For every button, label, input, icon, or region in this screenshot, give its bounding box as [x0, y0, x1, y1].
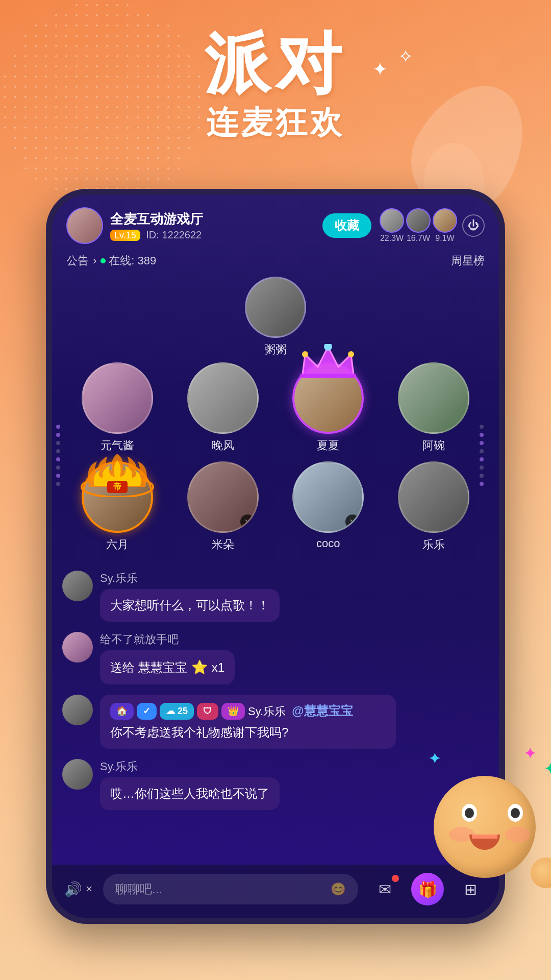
- performer-slot-xiaxia[interactable]: 夏夏: [278, 362, 379, 453]
- dot: [56, 465, 60, 470]
- week-rank-button[interactable]: 周星榜: [451, 253, 485, 268]
- gift-count: x1: [212, 658, 224, 677]
- performer-slot-wanfeng[interactable]: 晚风: [173, 362, 273, 453]
- performer-row-1: 元气酱 晚风: [62, 362, 489, 453]
- chat-username-4: Sy.乐乐: [100, 759, 280, 774]
- host-slot-name: 粥粥: [264, 342, 287, 357]
- power-button[interactable]: ⏻: [462, 214, 485, 237]
- chat-bubble-4: 哎…你们这些人我啥也不说了: [100, 777, 280, 810]
- mascot-eye-left: [462, 804, 477, 822]
- mail-icon: ✉: [379, 880, 391, 898]
- tagged-user: @慧慧宝宝: [292, 702, 353, 720]
- performer-slot-lele[interactable]: 乐乐: [384, 461, 484, 552]
- performer-name-coco: coco: [316, 537, 340, 550]
- announce-label[interactable]: 公告: [66, 253, 89, 268]
- performer-slot-coco[interactable]: ✕ coco: [278, 461, 379, 552]
- dot: [56, 449, 60, 453]
- sub-header: 公告 › 在线: 389 周星榜: [52, 250, 499, 272]
- title-area: 派对 连麦狂欢 ✦ ✧: [0, 31, 551, 144]
- chat-content-3: 🏠 ✓ ☁ 25 🛡 👑 Sy.乐乐 @慧慧宝宝 你不考虑送我个礼物感谢下我吗?: [100, 695, 396, 749]
- dot: [56, 482, 60, 486]
- chat-content-1: Sy.乐乐 大家想听什么，可以点歌！！: [100, 571, 280, 622]
- badge-guard2: 👑: [221, 703, 245, 720]
- chat-username-1: Sy.乐乐: [100, 571, 280, 586]
- dot: [480, 425, 484, 429]
- mascot-mouth: [469, 835, 500, 850]
- dot: [56, 474, 60, 478]
- top-user-1: 22.3W: [380, 208, 404, 243]
- gold-frame-decoration: 帝: [79, 451, 156, 497]
- tagger-name: Sy.乐乐: [248, 703, 286, 720]
- performer-name-lele: 乐乐: [422, 537, 445, 552]
- mic-mute-icon-coco: ✕: [345, 514, 360, 529]
- svg-rect-5: [300, 374, 356, 378]
- mascot-character: ✦ ✦ ✦ ✦: [423, 745, 551, 888]
- badge-check: ✓: [137, 703, 157, 720]
- performer-avatar-awan: [398, 362, 469, 434]
- top-user-avatar-1: [380, 208, 404, 233]
- badge-home: 🏠: [110, 703, 134, 720]
- mascot-eye-right: [508, 804, 523, 822]
- performer-avatar-lele: [398, 461, 469, 533]
- host-level: Lv.15: [110, 230, 140, 241]
- dot: [480, 474, 484, 478]
- chat-message-1: Sy.乐乐 大家想听什么，可以点歌！！: [62, 571, 489, 622]
- performer-name-liuyue: 六月: [106, 537, 129, 552]
- mail-notification-dot: [392, 875, 399, 882]
- top-user-count-2: 16.7W: [407, 234, 430, 243]
- sparkle-icon-1: ✦: [372, 59, 388, 80]
- host-slot: 粥粥: [62, 277, 489, 357]
- mascot-body: [434, 776, 536, 878]
- emoji-icon[interactable]: 😊: [331, 882, 346, 896]
- sparkle-icon-2: ✧: [398, 46, 413, 67]
- performer-slot-awan[interactable]: 阿碗: [384, 362, 484, 453]
- chat-placeholder: 聊聊吧...: [115, 881, 162, 897]
- top-user-2: 16.7W: [406, 208, 431, 243]
- chat-avatar-4: [62, 759, 93, 790]
- dot: [56, 425, 60, 429]
- chat-message-3: 🏠 ✓ ☁ 25 🛡 👑 Sy.乐乐 @慧慧宝宝 你不考虑送我个礼物感谢下我吗?: [62, 695, 489, 749]
- performer-slot-miduo[interactable]: ✕ 米朵: [173, 461, 273, 552]
- dot: [480, 457, 484, 461]
- chat-bubble-2: 送给 慧慧宝宝 ⭐ x1: [100, 650, 235, 684]
- mascot-cheek-right: [505, 827, 531, 842]
- sound-button[interactable]: 🔊 ✕: [64, 881, 93, 898]
- svg-marker-0: [303, 347, 354, 375]
- dot: [480, 482, 484, 486]
- announce-chevron: ›: [93, 254, 96, 267]
- dot: [480, 433, 484, 437]
- chat-content-4: Sy.乐乐 哎…你们这些人我啥也不说了: [100, 759, 280, 810]
- chat-message-2: 给不了就放手吧 送给 慧慧宝宝 ⭐ x1: [62, 632, 489, 684]
- performer-row-2: 帝 六月 ✕ 米朵 ✕: [62, 461, 489, 552]
- online-indicator: [101, 258, 106, 263]
- mascot-hand: [531, 857, 551, 888]
- top-user-3: 9.1W: [433, 208, 457, 243]
- dot: [480, 465, 484, 470]
- performer-name-awan: 阿碗: [422, 438, 445, 453]
- collect-button[interactable]: 收藏: [322, 213, 371, 238]
- performer-slot-yuanqijiang[interactable]: 元气酱: [67, 362, 168, 453]
- svg-point-4: [348, 351, 354, 357]
- performer-slot-liuyue[interactable]: 帝 六月: [67, 461, 168, 552]
- chat-avatar-2: [62, 632, 93, 663]
- svg-text:帝: 帝: [113, 482, 121, 491]
- dot: [56, 441, 60, 445]
- performer-avatar-miduo: ✕: [187, 461, 259, 533]
- performer-avatar-wanfeng: [187, 362, 259, 434]
- top-user-avatar-2: [406, 208, 431, 233]
- performer-avatar-yuanqijiang: [82, 362, 153, 434]
- title-main: 派对: [0, 31, 551, 97]
- host-slot-circle[interactable]: [245, 277, 306, 338]
- chat-bubble-3: 🏠 ✓ ☁ 25 🛡 👑 Sy.乐乐 @慧慧宝宝 你不考虑送我个礼物感谢下我吗?: [100, 695, 396, 749]
- mute-icon: ✕: [85, 884, 93, 895]
- title-sub: 连麦狂欢: [0, 101, 551, 144]
- mail-button[interactable]: ✉: [368, 873, 401, 905]
- crown-decoration: [295, 344, 361, 380]
- top-users-area: 22.3W 16.7W 9.1W: [380, 208, 457, 243]
- chat-username-2: 给不了就放手吧: [100, 632, 235, 647]
- svg-point-2: [324, 344, 332, 351]
- performer-name-wanfeng: 晚风: [212, 438, 234, 453]
- chat-input[interactable]: 聊聊吧... 😊: [103, 874, 358, 904]
- performer-avatar-coco: ✕: [292, 461, 364, 533]
- mic-mute-icon-miduo: ✕: [240, 514, 255, 529]
